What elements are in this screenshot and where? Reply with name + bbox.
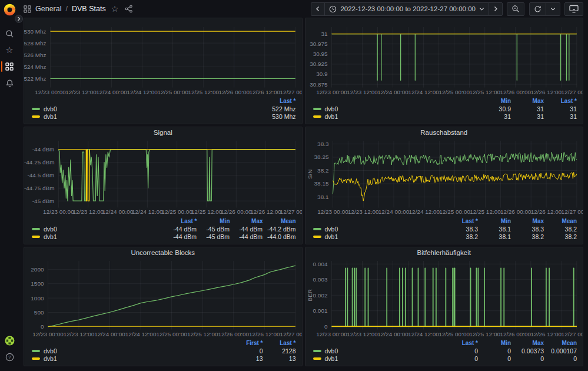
legend-column-header[interactable]: Last *	[445, 218, 478, 224]
legend-column-header[interactable]: Mean	[544, 340, 577, 346]
legend-series-name[interactable]: dvb1	[313, 233, 446, 240]
legend-series-name[interactable]: dvb1	[313, 355, 446, 362]
svg-text:12/23 12:00: 12/23 12:00	[347, 331, 378, 337]
legend-column-header[interactable]: Min	[478, 218, 511, 224]
panel-title[interactable]: Signal	[24, 127, 302, 137]
time-shift-back-button[interactable]	[311, 2, 325, 16]
legend-column-header[interactable]: Max	[230, 218, 263, 224]
help-icon[interactable]: ?	[0, 349, 19, 365]
svg-text:522 Mhz: 522 Mhz	[24, 75, 46, 82]
svg-text:12/26 00:00: 12/26 00:00	[500, 209, 531, 216]
svg-text:12/26 00:00: 12/26 00:00	[500, 89, 531, 95]
refresh-button[interactable]	[529, 2, 546, 16]
svg-text:530 Mhz: 530 Mhz	[24, 28, 46, 35]
legend-column-header[interactable]: Max	[511, 218, 544, 224]
svg-text:30.9: 30.9	[316, 71, 328, 77]
panel-title[interactable]: Uncorrectable Blocks	[24, 247, 302, 257]
legend-column-header[interactable]: Min	[478, 98, 511, 104]
legend-column-header[interactable]: Mean	[263, 218, 296, 224]
legend-stat-value: 0	[544, 355, 577, 362]
legend-column-header[interactable]: Max	[511, 98, 544, 104]
legend-series-name[interactable]: dvb1	[313, 113, 479, 120]
legend-column-header[interactable]: Min	[197, 218, 230, 224]
svg-text:12/26 00:00: 12/26 00:00	[500, 331, 531, 337]
svg-text:-44 dBm: -44 dBm	[32, 146, 55, 153]
svg-text:12/26 12:00: 12/26 12:00	[249, 331, 280, 337]
legend-stat-value: 38.2	[511, 233, 544, 240]
timeseries-chart[interactable]: -45 dBm-44.75 dBm-44.5 dBm-44.25 dBm-44 …	[24, 137, 302, 217]
expand-sidebar-button[interactable]	[15, 15, 23, 23]
svg-text:12/26 12:00: 12/26 12:00	[530, 331, 562, 337]
legend-column-header[interactable]: Max	[511, 340, 544, 346]
legend-series-name[interactable]: dvb0	[32, 347, 230, 355]
legend-series-name[interactable]: dvb1	[32, 233, 164, 240]
svg-text:12/25 00:00: 12/25 00:00	[157, 89, 188, 95]
legend: Last *MinMaxMeandvb0-44 dBm-45 dBm-44 dB…	[24, 217, 302, 244]
breadcrumb-section[interactable]: General	[35, 5, 61, 13]
timeseries-chart[interactable]: 522 Mhz524 Mhz526 Mhz528 Mhz530 Mhz12/23…	[24, 24, 302, 97]
timeseries-chart[interactable]: 30.87530.930.92530.9530.9753112/23 00:00…	[305, 24, 583, 97]
refresh-interval-dropdown[interactable]	[546, 2, 560, 16]
legend-stat-value: 38.1	[478, 226, 511, 233]
legend-stat-value: -44 dBm	[230, 233, 263, 240]
legend-series-name[interactable]: dvb1	[32, 355, 230, 362]
legend-stat-value: 38.2	[544, 226, 577, 233]
svg-text:1500: 1500	[31, 280, 44, 287]
legend-column-header[interactable]: Last *	[445, 340, 478, 346]
legend-header-row: Last *MinMaxMean	[313, 217, 577, 226]
legend-row: dvb1530 Mhz	[32, 113, 296, 121]
series-color-swatch	[313, 228, 321, 230]
dashboards-icon[interactable]	[0, 58, 19, 75]
svg-text:0.003: 0.003	[313, 276, 327, 283]
starred-icon[interactable]: ☆	[0, 42, 19, 58]
zoom-out-button[interactable]	[507, 2, 524, 16]
legend-column-header[interactable]: Min	[478, 340, 511, 346]
share-dashboard-button[interactable]	[124, 5, 134, 13]
search-icon[interactable]	[0, 25, 19, 42]
sidebar: ☆ ?	[0, 0, 19, 371]
cycle-view-mode-button[interactable]	[564, 2, 583, 16]
series-color-swatch	[32, 357, 40, 360]
legend-series-name[interactable]: dvb0	[313, 347, 446, 355]
legend-series-name[interactable]: dvb0	[32, 105, 263, 112]
legend-column-header[interactable]: Last *	[263, 98, 296, 104]
legend-column-header[interactable]: Last *	[164, 218, 197, 224]
panel-title[interactable]	[24, 18, 302, 24]
svg-text:12/26 12:00: 12/26 12:00	[250, 89, 281, 95]
timeseries-chart[interactable]: 00.0010.0020.0030.00412/23 00:0012/23 12…	[305, 257, 583, 339]
legend-series-name[interactable]: dvb1	[32, 113, 263, 120]
legend: Last *MinMaxMeandvb0000.003730.000107dvb…	[305, 339, 583, 366]
legend: Last *MinMaxMeandvb038.338.138.338.2dvb1…	[305, 217, 583, 244]
legend-stat-value: 0	[445, 347, 478, 355]
panel-title[interactable]: Bitfehlerhäufigkeit	[305, 247, 583, 257]
svg-text:30.875: 30.875	[310, 81, 328, 88]
legend-stat-value: 0.000107	[544, 347, 577, 355]
timeseries-chart[interactable]: 050010001500200012/23 00:0012/23 12:0012…	[24, 257, 302, 339]
legend-column-header[interactable]: Last *	[544, 98, 577, 104]
legend-series-name[interactable]: dvb0	[32, 226, 164, 233]
star-dashboard-button[interactable]: ☆	[110, 4, 120, 14]
legend-header-row: First *Last *	[32, 339, 296, 347]
legend-column-header[interactable]: Mean	[544, 218, 577, 224]
time-range-picker-button[interactable]: 2022-12-23 00:00:00 to 2022-12-27 00:00:…	[324, 2, 489, 16]
svg-text:12/26 00:00: 12/26 00:00	[221, 209, 252, 216]
legend-series-name[interactable]: dvb0	[313, 105, 479, 112]
legend-stat-value: 13	[263, 355, 296, 362]
legend-series-name[interactable]: dvb0	[313, 226, 446, 233]
alerting-bell-icon[interactable]	[0, 75, 19, 91]
svg-text:0: 0	[41, 323, 44, 330]
svg-text:12/23 12:00: 12/23 12:00	[72, 209, 104, 216]
legend-column-header[interactable]: First *	[230, 340, 263, 346]
timeseries-chart[interactable]: 38.138.1538.238.2538.312/23 00:0012/23 1…	[305, 137, 583, 217]
legend-column-header[interactable]: Last *	[263, 340, 296, 346]
grafana-logo[interactable]	[4, 4, 16, 16]
user-avatar[interactable]	[0, 332, 19, 349]
legend-stat-value: -44.0 dBm	[263, 233, 295, 240]
panel-title[interactable]	[305, 18, 583, 24]
legend-row: dvb138.238.138.238.2	[313, 233, 577, 241]
legend-stat-value: -45 dBm	[197, 233, 230, 240]
legend-stat-value: 0	[230, 347, 263, 355]
time-shift-forward-button[interactable]	[489, 2, 503, 16]
panel-title[interactable]: Rauschabstand	[305, 127, 583, 137]
svg-text:12/23 00:00: 12/23 00:00	[316, 89, 347, 95]
